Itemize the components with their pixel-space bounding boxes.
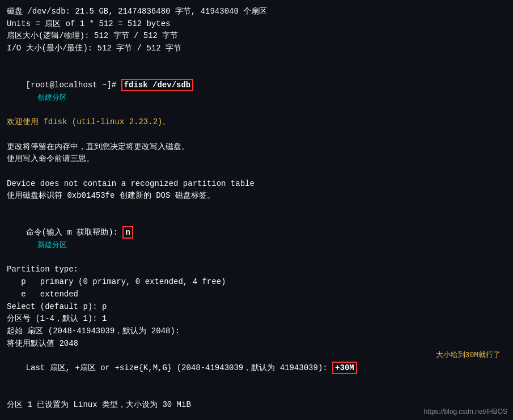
spacer-4: [7, 202, 506, 215]
line-partition-type: Partition type:: [7, 264, 506, 276]
line-fdisk-command: [root@localhost ~]# fdisk /dev/sdb 创建分区: [7, 67, 506, 116]
cmd-n-prefix: 命令(输入 m 获取帮助):: [26, 228, 123, 237]
annotation-new-partition: 新建分区: [37, 241, 67, 249]
annotation-30m: 大小给到30M就行了: [436, 350, 501, 361]
spacer-3: [7, 166, 506, 178]
line-extended: e extended: [7, 289, 506, 301]
line-sector-size: 扇区大小(逻辑/物理): 512 字节 / 512 字节: [7, 30, 506, 43]
line-think-twice: 使用写入命令前请三思。: [7, 153, 506, 166]
line-changes-mem: 更改将停留在内存中，直到您决定将更改写入磁盘。: [7, 141, 506, 154]
line-last-sector: Last 扇区, +扇区 or +size{K,M,G} (2048-41943…: [7, 350, 506, 399]
prompt-1: [root@localhost ~]#: [26, 80, 121, 90]
fdisk-command-box: fdisk /dev/sdb: [121, 79, 194, 91]
terminal-window: 磁盘 /dev/sdb: 21.5 GB, 21474836480 字节, 41…: [0, 0, 513, 420]
line-welcome: 欢迎使用 fdisk (util-linux 2.23.2)。: [7, 116, 506, 129]
last-sector-prefix: Last 扇区, +扇区 or +size{K,M,G} (2048-41943…: [26, 363, 332, 372]
plus30m-box: +30M: [332, 362, 357, 374]
line-select-p: Select (default p): p: [7, 301, 506, 313]
watermark: https://blog.csdn.net/lHBOS: [424, 408, 507, 415]
line-no-partition-table: Device does not contain a recognized par…: [7, 178, 506, 190]
line-primary: p primary (0 primary, 0 extended, 4 free…: [7, 276, 506, 289]
cmd-n-box: n: [122, 226, 133, 239]
line-io-size: I/O 大小(最小/最佳): 512 字节 / 512 字节: [7, 43, 506, 55]
line-default-2048: 将使用默认值 2048: [7, 338, 506, 350]
line-units: Units = 扇区 of 1 * 512 = 512 bytes: [7, 18, 506, 31]
spacer-2: [7, 129, 506, 141]
annotation-create-partition: 创建分区: [37, 94, 67, 102]
line-partition-num: 分区号 (1-4，默认 1): 1: [7, 313, 506, 325]
line-start-sector: 起始 扇区 (2048-41943039，默认为 2048):: [7, 325, 506, 338]
line-dos-label: 使用磁盘标识符 0xb01453fe 创建新的 DOS 磁盘标签。: [7, 190, 506, 202]
spacer-1: [7, 55, 506, 67]
line-disk-info: 磁盘 /dev/sdb: 21.5 GB, 21474836480 字节, 41…: [7, 6, 506, 18]
line-cmd-n: 命令(输入 m 获取帮助): n 新建分区: [7, 215, 506, 264]
